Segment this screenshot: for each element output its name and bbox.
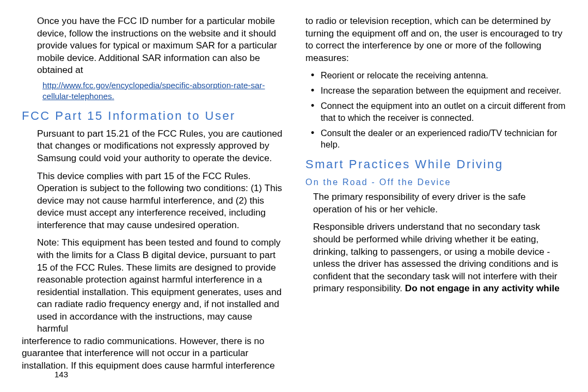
subheading-on-road: On the Road - Off the Device <box>305 176 566 188</box>
list-item: Reorient or relocate the receiving anten… <box>310 70 566 82</box>
paragraph-secondary-task: Responsible drivers understand that no s… <box>305 221 566 295</box>
heading-smart-practices: Smart Practices While Driving <box>305 156 566 172</box>
paragraph-part15-21: Pursuant to part 15.21 of the FCC Rules,… <box>22 128 283 165</box>
paragraph-classb-note-a: Note: This equipment has been tested and… <box>22 237 283 335</box>
paragraph-part15-compliance: This device complies with part 15 of the… <box>22 170 283 232</box>
list-item: Increase the separation between the equi… <box>310 85 566 97</box>
paragraph-driver-responsibility: The primary responsibility of every driv… <box>305 191 566 216</box>
bold-warning-text: Do not engage in any activity while <box>405 283 560 293</box>
heading-fcc-part15: FCC Part 15 Information to User <box>22 108 283 124</box>
list-item: Connect the equipment into an outlet on … <box>310 100 566 124</box>
document-page: Once you have the FCC ID number for a pa… <box>0 0 588 392</box>
page-number: 143 <box>54 370 68 379</box>
list-item: Consult the dealer or an experienced rad… <box>310 127 566 151</box>
interference-measures-list: Reorient or relocate the receiving anten… <box>305 70 566 151</box>
paragraph-fccid-intro: Once you have the FCC ID number for a pa… <box>22 15 283 77</box>
fcc-sar-link[interactable]: http://www.fcc.gov/encyclopedia/specific… <box>22 80 283 102</box>
